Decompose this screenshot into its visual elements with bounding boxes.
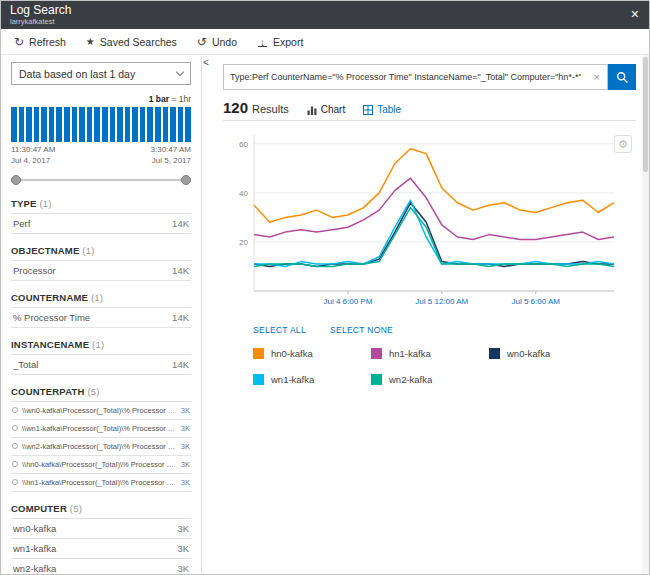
scrollbar-thumb[interactable]	[643, 57, 648, 172]
legend-label: wn0-kafka	[507, 348, 550, 359]
histogram-bar	[26, 107, 32, 142]
filter-sidebar: Data based on last 1 day 1 bar = 1hr 11:…	[1, 55, 202, 574]
tab-table[interactable]: Table	[363, 104, 401, 115]
search-input[interactable]	[224, 72, 587, 82]
chart-settings-gear-icon[interactable]: ⚙	[614, 135, 632, 153]
histogram-bar	[11, 107, 17, 142]
facet-item-row[interactable]: % Processor Time14K	[11, 308, 191, 328]
table-grid-icon	[363, 105, 373, 115]
refresh-label: Refresh	[29, 36, 66, 48]
facet-item-row[interactable]: \\hn0-kafka\Processor(_Total)\% Processo…	[11, 456, 191, 474]
export-label: Export	[273, 36, 303, 48]
histogram-unit-label: 1 bar = 1hr	[11, 94, 191, 104]
refresh-button[interactable]: ↻ Refresh	[4, 29, 76, 54]
facet-item-count: 3K	[181, 406, 190, 415]
facet-item-count: 3K	[177, 563, 189, 574]
search-button[interactable]	[608, 64, 636, 90]
window-header: Log Search larrykafkatest ×	[1, 1, 649, 29]
facet-item-row[interactable]: \\hn1-kafka\Processor(_Total)\% Processo…	[11, 474, 191, 492]
facet-item-count: 14K	[172, 218, 189, 229]
facet-items: % Processor Time14K	[11, 307, 191, 328]
facet-item-row[interactable]: \\wn2-kafka\Processor(_Total)\% Processo…	[11, 438, 191, 456]
histogram-bar	[56, 107, 62, 142]
facet-item-count: 3K	[181, 442, 190, 451]
slider-handle-left[interactable]	[11, 175, 21, 185]
facet-items: wn0-kafka3Kwn1-kafka3Kwn2-kafka3Khn0-kaf…	[11, 518, 191, 574]
slider-handle-right[interactable]	[181, 175, 191, 185]
facet-item-label: \\hn0-kafka\Processor(_Total)\% Processo…	[22, 460, 176, 469]
facet-item-count: 3K	[181, 478, 190, 487]
histogram-bar	[34, 107, 40, 142]
legend-swatch	[253, 348, 264, 359]
facet-item-row[interactable]: wn2-kafka3K	[11, 559, 191, 574]
checkbox-icon[interactable]	[12, 443, 18, 449]
legend-item-hn0-kafka[interactable]: hn0-kafka	[253, 348, 371, 359]
facet-item-row[interactable]: _Total14K	[11, 355, 191, 375]
vertical-scrollbar[interactable]	[642, 55, 649, 574]
clear-search-icon[interactable]: ×	[587, 71, 607, 83]
tab-table-label: Table	[377, 104, 401, 115]
facet-title: COUNTERPATH (5)	[11, 386, 191, 397]
collapse-sidebar-icon[interactable]: <	[203, 57, 209, 68]
undo-button[interactable]: ↺ Undo	[187, 29, 247, 54]
legend-swatch	[371, 348, 382, 359]
export-button[interactable]: ↓ Export	[247, 29, 313, 54]
facet-item-count: 3K	[181, 424, 190, 433]
checkbox-icon[interactable]	[12, 461, 18, 467]
select-none-link[interactable]: SELECT NONE	[330, 325, 393, 335]
time-range-labels: 11:30:47 AM Jul 4, 2017 3:30:47 AM Jul 5…	[11, 145, 191, 167]
histogram-bar	[170, 107, 176, 142]
facet-item-row[interactable]: \\wn0-kafka\Processor(_Total)\% Processo…	[11, 402, 191, 420]
facet-item-row[interactable]: wn0-kafka3K	[11, 519, 191, 539]
facet-item-label: _Total	[13, 359, 167, 370]
series-line-wn2-kafka[interactable]	[254, 208, 614, 267]
histogram-bar	[117, 107, 123, 142]
workspace-name: larrykafkatest	[10, 17, 71, 26]
header-text: Log Search larrykafkatest	[10, 4, 71, 26]
page-title: Log Search	[10, 4, 71, 17]
x-tick-label: Jul 5 6:00 AM	[511, 297, 560, 306]
toolbar: ↻ Refresh ★ Saved Searches ↺ Undo ↓ Expo…	[1, 29, 649, 55]
facet-item-row[interactable]: \\wn1-kafka\Processor(_Total)\% Processo…	[11, 420, 191, 438]
line-chart[interactable]: 204060Jul 4 6:00 PMJul 5 12:00 AMJul 5 6…	[228, 125, 628, 315]
histogram-bar	[140, 107, 146, 142]
checkbox-icon[interactable]	[12, 425, 18, 431]
facet-item-label: wn2-kafka	[13, 563, 172, 574]
histogram-bar	[132, 107, 138, 142]
undo-icon: ↺	[197, 35, 207, 49]
saved-searches-button[interactable]: ★ Saved Searches	[76, 29, 187, 54]
select-all-link[interactable]: SELECT ALL	[253, 325, 306, 335]
histogram-bar	[64, 107, 70, 142]
time-scope-dropdown[interactable]: Data based on last 1 day	[11, 62, 191, 85]
time-range-slider[interactable]	[11, 173, 191, 187]
legend-item-wn0-kafka[interactable]: wn0-kafka	[489, 348, 607, 359]
facet-item-label: wn0-kafka	[13, 523, 172, 534]
facet-item-row[interactable]: Processor14K	[11, 261, 191, 281]
legend-item-wn1-kafka[interactable]: wn1-kafka	[253, 374, 371, 385]
checkbox-icon[interactable]	[12, 479, 18, 485]
y-tick-label: 40	[239, 189, 248, 198]
facet-items: Processor14K	[11, 260, 191, 281]
series-line-hn1-kafka[interactable]	[254, 178, 614, 239]
star-icon: ★	[86, 36, 95, 47]
refresh-icon: ↻	[14, 35, 24, 49]
histogram-bar	[102, 107, 108, 142]
facet-title: COUNTERNAME (1)	[11, 292, 191, 303]
saved-searches-label: Saved Searches	[100, 36, 177, 48]
legend-item-hn1-kafka[interactable]: hn1-kafka	[371, 348, 489, 359]
legend-label: wn2-kafka	[389, 374, 432, 385]
time-scope-value: Data based on last 1 day	[19, 68, 135, 80]
facet-item-label: % Processor Time	[13, 312, 167, 323]
content-area: Data based on last 1 day 1 bar = 1hr 11:…	[1, 55, 649, 574]
chart-legend: hn0-kafkahn1-kafkawn0-kafkawn1-kafkawn2-…	[253, 348, 636, 385]
tab-chart[interactable]: Chart	[307, 104, 345, 115]
facet-item-row[interactable]: Perf14K	[11, 214, 191, 234]
close-icon[interactable]: ×	[631, 7, 639, 21]
facet-item-label: wn1-kafka	[13, 543, 172, 554]
legend-item-wn2-kafka[interactable]: wn2-kafka	[371, 374, 489, 385]
facet-item-label: Processor	[13, 265, 167, 276]
facet-item-row[interactable]: wn1-kafka3K	[11, 539, 191, 559]
time-histogram[interactable]	[11, 107, 191, 142]
histogram-bar	[19, 107, 25, 142]
checkbox-icon[interactable]	[12, 407, 18, 413]
